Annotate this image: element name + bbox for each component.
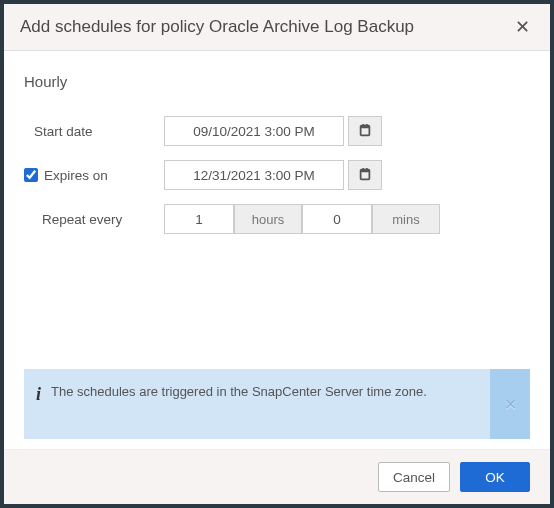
schedule-dialog: Add schedules for policy Oracle Archive …	[4, 4, 550, 504]
dialog-title: Add schedules for policy Oracle Archive …	[20, 17, 414, 37]
info-dismiss-button[interactable]: ✕	[490, 369, 530, 439]
close-icon[interactable]: ✕	[511, 16, 534, 38]
dialog-header: Add schedules for policy Oracle Archive …	[4, 4, 550, 51]
hours-unit-label: hours	[234, 204, 302, 234]
close-icon: ✕	[504, 395, 517, 414]
ok-button[interactable]: OK	[460, 462, 530, 492]
expires-on-input[interactable]	[164, 160, 344, 190]
info-text: The schedules are triggered in the SnapC…	[51, 383, 433, 402]
repeat-mins-input[interactable]	[302, 204, 372, 234]
dialog-footer: Cancel OK	[4, 449, 550, 504]
expires-on-row: Expires on	[24, 160, 530, 190]
info-banner: i The schedules are triggered in the Sna…	[24, 369, 530, 439]
mins-unit-label: mins	[372, 204, 440, 234]
start-date-label: Start date	[24, 124, 164, 139]
info-icon: i	[36, 383, 41, 403]
repeat-hours-input[interactable]	[164, 204, 234, 234]
start-date-calendar-button[interactable]	[348, 116, 382, 146]
calendar-icon	[358, 123, 372, 140]
start-date-input[interactable]	[164, 116, 344, 146]
repeat-every-row: Repeat every hours mins	[24, 204, 530, 234]
repeat-every-label: Repeat every	[24, 212, 164, 227]
dialog-body: Hourly Start date Expires on	[4, 51, 550, 369]
expires-on-label: Expires on	[44, 168, 108, 183]
expires-on-calendar-button[interactable]	[348, 160, 382, 190]
start-date-row: Start date	[24, 116, 530, 146]
calendar-icon	[358, 167, 372, 184]
cancel-button[interactable]: Cancel	[378, 462, 450, 492]
schedule-type-title: Hourly	[24, 73, 530, 90]
expires-on-checkbox[interactable]	[24, 168, 38, 182]
